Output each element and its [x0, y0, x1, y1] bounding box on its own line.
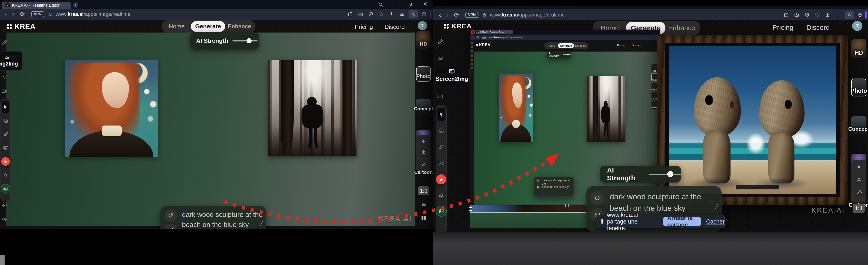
prompt-text-line1[interactable]: dark wood sculpture at the: [610, 192, 701, 201]
layers-tool-icon[interactable]: [1, 118, 10, 124]
search-icon[interactable]: [378, 2, 383, 7]
eraser-tool-icon[interactable]: [1, 172, 10, 177]
reload-icon[interactable]: ⟳: [20, 11, 25, 18]
enhance-sparkle-icon[interactable]: ✦: [416, 138, 431, 145]
style-photo[interactable]: Photo: [851, 78, 866, 96]
tab-enhance[interactable]: Enhance: [225, 23, 254, 30]
add-image-tool-icon[interactable]: [1, 145, 10, 151]
url-text[interactable]: www.krea.ai/apps/image/realtime: [56, 11, 131, 17]
menu-sliders-icon[interactable]: [399, 12, 404, 17]
generated-portrait-image[interactable]: [65, 60, 158, 157]
tab-home[interactable]: Home: [162, 23, 191, 30]
record-eraser-button[interactable]: [1, 157, 10, 166]
redo-icon[interactable]: ↷: [2, 216, 7, 224]
webcam-tool-icon[interactable]: [437, 93, 443, 99]
prompt-text-line2[interactable]: beach on the blue sky: [610, 204, 686, 212]
webcam-tool-icon[interactable]: [1, 88, 7, 94]
undo-icon[interactable]: ↶: [2, 202, 7, 209]
forest-figure-image[interactable]: [268, 60, 356, 157]
ai-strength-slider[interactable]: [649, 174, 681, 175]
close-button[interactable]: ✕: [423, 1, 428, 7]
screen2img-tool-icon[interactable]: [1, 74, 7, 80]
selection-handle-top[interactable]: [565, 204, 568, 207]
img2img-tool[interactable]: Img2Img: [0, 51, 23, 71]
share-page-icon[interactable]: [348, 12, 353, 17]
ai-strength-slider[interactable]: [232, 40, 257, 41]
prompt-text-line2[interactable]: beach on the blue sky: [182, 221, 249, 229]
snapshot-icon[interactable]: [794, 12, 799, 18]
screen2img-tool[interactable]: Screen2Img: [434, 66, 469, 86]
trash-icon[interactable]: [1, 228, 7, 229]
add-image-tool-icon[interactable]: [436, 160, 446, 167]
img2img-tool-icon[interactable]: [437, 55, 443, 61]
shield-icon[interactable]: [804, 12, 810, 18]
aspect-ratio-button[interactable]: 1:1: [418, 186, 429, 195]
restore-button[interactable]: [407, 2, 412, 7]
krea-logo[interactable]: KREA: [444, 22, 472, 30]
sidebar-accent-bar[interactable]: [865, 11, 867, 19]
magic-send-icon[interactable]: [416, 162, 431, 167]
aspect-ratio-button[interactable]: 1:1: [852, 204, 865, 213]
enhance-sparkle-icon[interactable]: ✦: [851, 163, 866, 171]
back-icon[interactable]: ‹: [5, 10, 7, 18]
brush-tool-icon[interactable]: [436, 144, 446, 150]
pause-share-icon[interactable]: ‖: [600, 218, 603, 225]
gallery-button[interactable]: [436, 206, 447, 217]
style-concept[interactable]: Concept: [416, 99, 431, 113]
gallery-button[interactable]: [1, 184, 10, 194]
draw-tool-icon[interactable]: [1, 39, 7, 45]
prompt-resize-handle[interactable]: ╱: [260, 220, 263, 226]
menu-sliders-icon[interactable]: [835, 12, 840, 18]
browser-tab[interactable]: K KREA AI - Realtime Editor: [2, 2, 70, 9]
selection-handle-left[interactable]: [469, 207, 472, 211]
style-hd[interactable]: HD: [851, 39, 866, 58]
url-text[interactable]: www.krea.ai/apps/image/realtime: [490, 12, 565, 18]
download-result-icon[interactable]: [851, 175, 866, 181]
screen-share-preview[interactable]: K KREA AI - Realtime Editor + ‹ › ⟳ VPN …: [470, 30, 660, 210]
krea-logo[interactable]: KREA: [7, 23, 35, 31]
downloads-icon[interactable]: [825, 12, 830, 18]
prompt-history-button[interactable]: ↺: [590, 191, 604, 205]
bookmark-heart-icon[interactable]: ♡: [815, 11, 820, 19]
eraser-tool-icon[interactable]: [436, 192, 446, 198]
forward-icon[interactable]: ›: [12, 10, 14, 18]
snapshot-icon[interactable]: [358, 12, 363, 17]
vpn-badge[interactable]: VPN: [465, 12, 478, 18]
vpn-badge[interactable]: VPN: [31, 11, 44, 17]
discord-link[interactable]: Discord: [384, 23, 405, 30]
discord-link[interactable]: Discord: [806, 24, 830, 31]
tab-enhance[interactable]: Enhance: [665, 24, 698, 32]
magic-send-icon[interactable]: [851, 189, 866, 195]
profile-icon[interactable]: [409, 10, 418, 18]
select-tool[interactable]: [2, 101, 9, 113]
shield-icon[interactable]: [368, 12, 373, 17]
prompt-resize-handle[interactable]: ╱: [715, 204, 718, 209]
new-tab-button[interactable]: +: [73, 2, 79, 8]
hide-share-bar-link[interactable]: Cacher: [706, 218, 724, 225]
download-result-icon[interactable]: [416, 149, 431, 155]
share-page-icon[interactable]: [784, 12, 789, 18]
style-concept[interactable]: Concept: [851, 116, 866, 134]
prompt-history-button[interactable]: ↺: [164, 209, 177, 222]
profile-icon[interactable]: [845, 11, 854, 19]
style-photo[interactable]: Photo: [416, 66, 431, 81]
ai-strength-knob[interactable]: [667, 171, 673, 177]
layers-tool-icon[interactable]: [436, 128, 446, 134]
reload-icon[interactable]: ⟳: [454, 11, 459, 19]
draw-tool-icon[interactable]: [437, 39, 443, 45]
pricing-link[interactable]: Pricing: [772, 24, 794, 31]
brush-tool-icon[interactable]: [1, 131, 10, 137]
minimize-button[interactable]: –: [394, 0, 397, 7]
forward-icon[interactable]: ›: [446, 11, 448, 19]
style-hd[interactable]: HD: [416, 31, 431, 49]
landscape-shape-icon[interactable]: [420, 202, 428, 208]
extensions-cube-icon[interactable]: [422, 12, 427, 17]
prompt-dice-button[interactable]: [164, 224, 177, 229]
downloads-icon[interactable]: [389, 12, 394, 17]
back-icon[interactable]: ‹: [439, 11, 441, 19]
framed-result-image[interactable]: [657, 35, 847, 205]
stop-sharing-button[interactable]: Arrêter le partage: [663, 217, 701, 226]
sidebar-accent-bar[interactable]: [430, 10, 431, 18]
pricing-link[interactable]: Pricing: [355, 23, 373, 30]
ai-strength-knob[interactable]: [247, 38, 252, 43]
